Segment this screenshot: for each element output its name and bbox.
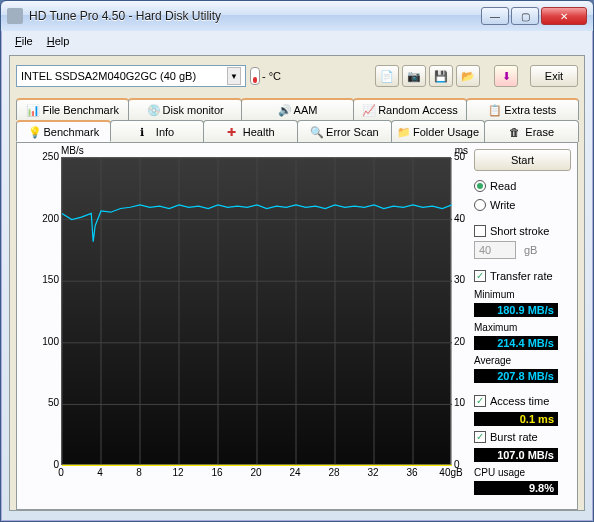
menu-file[interactable]: File: [9, 33, 39, 49]
access-time-checkbox[interactable]: ✓Access time: [474, 393, 571, 409]
tab-benchmark[interactable]: 💡Benchmark: [16, 120, 111, 142]
maximize-button[interactable]: ▢: [511, 7, 539, 25]
trash-icon: 🗑: [509, 126, 521, 138]
burst-rate-value: 107.0 MB/s: [474, 448, 558, 462]
folder-icon: 📁: [397, 126, 409, 138]
temperature-display: - °C: [250, 67, 281, 85]
menu-help[interactable]: Help: [41, 33, 76, 49]
benchmark-chart: MB/s ms 050100150200250 01020304050 0481…: [23, 149, 468, 503]
drive-select[interactable]: INTEL SSDSA2M040G2GC (40 gB) ▼: [16, 65, 246, 87]
open-icon[interactable]: 📂: [456, 65, 480, 87]
window-title: HD Tune Pro 4.50 - Hard Disk Utility: [29, 9, 481, 23]
tab-info[interactable]: ℹInfo: [110, 120, 205, 142]
access-time-value: 0.1 ms: [474, 412, 558, 426]
random-access-icon: 📈: [362, 104, 374, 116]
titlebar: HD Tune Pro 4.50 - Hard Disk Utility — ▢…: [1, 1, 593, 31]
tab-health[interactable]: ✚Health: [203, 120, 298, 142]
average-label: Average: [474, 355, 571, 366]
screenshot-icon[interactable]: 📷: [402, 65, 426, 87]
chevron-down-icon[interactable]: ▼: [227, 67, 241, 85]
menubar: File Help: [1, 31, 593, 51]
write-radio[interactable]: Write: [474, 197, 571, 213]
close-button[interactable]: ✕: [541, 7, 587, 25]
save-icon[interactable]: 💾: [429, 65, 453, 87]
burst-rate-checkbox[interactable]: ✓Burst rate: [474, 429, 571, 445]
copy-icon[interactable]: 📄: [375, 65, 399, 87]
search-icon: 🔍: [310, 126, 322, 138]
cpu-usage-value: 9.8%: [474, 481, 558, 495]
minimum-value: 180.9 MB/s: [474, 303, 558, 317]
download-icon[interactable]: ⬇: [494, 65, 518, 87]
maximum-label: Maximum: [474, 322, 571, 333]
disk-monitor-icon: 💿: [147, 104, 159, 116]
transfer-rate-checkbox[interactable]: ✓Transfer rate: [474, 268, 571, 284]
short-stroke-checkbox[interactable]: Short stroke: [474, 223, 571, 239]
health-icon: ✚: [227, 126, 239, 138]
drive-select-value: INTEL SSDSA2M040G2GC (40 gB): [21, 70, 196, 82]
tab-extra-tests[interactable]: 📋Extra tests: [466, 98, 579, 120]
average-value: 207.8 MB/s: [474, 369, 558, 383]
exit-button[interactable]: Exit: [530, 65, 578, 87]
minimum-label: Minimum: [474, 289, 571, 300]
short-stroke-value: 40: [474, 241, 516, 259]
app-icon: [7, 8, 23, 24]
minimize-button[interactable]: —: [481, 7, 509, 25]
maximum-value: 214.4 MB/s: [474, 336, 558, 350]
extra-tests-icon: 📋: [488, 104, 500, 116]
thermometer-icon: [250, 67, 260, 85]
info-icon: ℹ: [140, 126, 152, 138]
read-radio[interactable]: Read: [474, 178, 571, 194]
benchmark-icon: 💡: [28, 126, 40, 138]
tab-aam[interactable]: 🔊AAM: [241, 98, 354, 120]
cpu-usage-label: CPU usage: [474, 467, 571, 478]
tab-disk-monitor[interactable]: 💿Disk monitor: [128, 98, 241, 120]
tab-error-scan[interactable]: 🔍Error Scan: [297, 120, 392, 142]
start-button[interactable]: Start: [474, 149, 571, 171]
tab-folder-usage[interactable]: 📁Folder Usage: [391, 120, 486, 142]
file-benchmark-icon: 📊: [26, 104, 38, 116]
tab-file-benchmark[interactable]: 📊File Benchmark: [16, 98, 129, 120]
speaker-icon: 🔊: [278, 104, 290, 116]
tab-random-access[interactable]: 📈Random Access: [353, 98, 466, 120]
tab-erase[interactable]: 🗑Erase: [484, 120, 579, 142]
